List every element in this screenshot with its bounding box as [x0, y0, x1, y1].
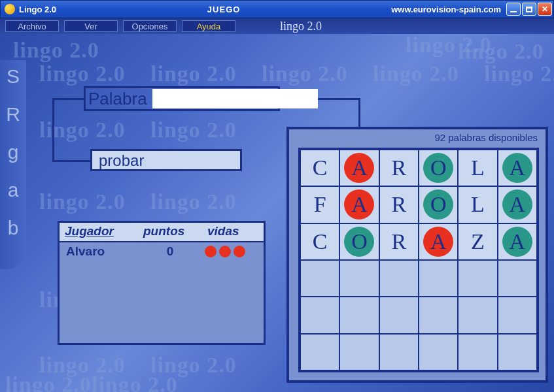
- watermark: lingo 2.0: [39, 353, 126, 378]
- grid-cell: [379, 260, 419, 297]
- maximize-button[interactable]: [522, 3, 536, 16]
- grid-cell: Z: [458, 223, 497, 260]
- grid-cell: [379, 297, 419, 333]
- menu-archivo[interactable]: Archivo: [5, 20, 59, 32]
- grid-cell: [458, 334, 497, 370]
- app-icon: [5, 4, 15, 14]
- header-points: puntos: [138, 223, 202, 241]
- side-letter: R: [6, 103, 20, 125]
- player-points: 0: [138, 244, 202, 259]
- watermark: lingo 2.0: [5, 372, 92, 392]
- frame-line: [358, 98, 360, 127]
- watermark: lingo 2.0: [458, 39, 544, 64]
- grid-letter: A: [510, 155, 526, 180]
- minimize-button[interactable]: [506, 3, 521, 16]
- grid-cell: [458, 260, 497, 297]
- side-letter: S: [7, 65, 20, 88]
- score-header: Jugador puntos vidas: [60, 223, 264, 242]
- title-center: JUEGO: [56, 5, 391, 14]
- menu-opciones[interactable]: Opciones: [123, 20, 177, 32]
- grid-cell: L: [458, 150, 497, 186]
- side-letter: b: [8, 217, 19, 239]
- grid-letter: Z: [471, 229, 485, 254]
- grid-letter: A: [351, 192, 368, 217]
- title-url: www.eurovision-spain.com: [391, 5, 501, 14]
- app-title: Lingo 2.0: [19, 5, 56, 14]
- watermark: lingo 2.0: [92, 372, 178, 392]
- score-panel: Jugador puntos vidas Alvaro0: [58, 221, 266, 345]
- grid-cell: A: [339, 150, 379, 186]
- grid-cell: R: [379, 186, 419, 223]
- grid-letter: L: [471, 155, 485, 180]
- grid-letter: O: [430, 155, 447, 180]
- grid-letter: R: [391, 229, 406, 254]
- grid-cell: [339, 260, 379, 297]
- frame-line: [52, 98, 84, 100]
- grid-cell: A: [498, 150, 537, 186]
- grid-letter: L: [471, 192, 485, 217]
- watermark: lingo 2.0: [13, 38, 99, 63]
- grid-letter: O: [430, 192, 447, 217]
- grid-cell: [498, 334, 537, 370]
- watermark: lingo 2.0: [406, 33, 492, 57]
- grid-cell: L: [458, 186, 497, 223]
- grid-cell: A: [498, 223, 537, 260]
- close-button[interactable]: ✕: [538, 3, 552, 16]
- grid-cell: O: [419, 150, 458, 186]
- player-name: Alvaro: [60, 244, 138, 259]
- grid-cell: C: [300, 150, 339, 186]
- grid-cell: A: [498, 186, 537, 223]
- grid-cell: A: [419, 223, 458, 260]
- grid-letter: C: [313, 155, 328, 180]
- watermark: lingo 2.0: [39, 61, 126, 86]
- score-row: Alvaro0: [60, 242, 264, 261]
- grid-cell: [419, 334, 458, 370]
- grid-cell: [419, 297, 458, 333]
- grid-letter: R: [391, 155, 406, 180]
- side-letter: g: [8, 141, 19, 163]
- header-player: Jugador: [60, 223, 138, 241]
- submit-button[interactable]: probar: [90, 149, 242, 171]
- grid-cell: [379, 334, 419, 370]
- grid-cell: [498, 297, 537, 333]
- watermark: lingo 2.0: [150, 189, 237, 214]
- grid-letter: R: [391, 192, 406, 217]
- grid-letter: A: [510, 229, 526, 254]
- grid-cell: R: [379, 150, 419, 186]
- watermark: lingo 2.0: [373, 61, 459, 86]
- grid-letter: F: [314, 192, 326, 217]
- grid-cell: R: [379, 223, 419, 260]
- grid-cell: F: [300, 186, 339, 223]
- grid-cell: [339, 334, 379, 370]
- grid-letter: C: [313, 229, 328, 254]
- grid-cell: [498, 260, 537, 297]
- watermark: lingo 2.0: [39, 189, 126, 214]
- grid-cell: C: [300, 223, 339, 260]
- word-input-group: Palabra: [84, 86, 280, 111]
- grid-letter: A: [430, 229, 447, 254]
- word-input[interactable]: [152, 89, 318, 108]
- grid-letter: O: [351, 229, 368, 254]
- menu-ver[interactable]: Ver: [64, 20, 118, 32]
- grid-cell: O: [419, 186, 458, 223]
- menubar: Archivo Ver Opciones Ayuda lingo 2.0: [0, 18, 554, 34]
- letter-grid: CAROLAFAROLACORAZA: [298, 148, 539, 372]
- frame-line: [52, 98, 54, 160]
- watermark: lingo 2.0: [262, 61, 348, 86]
- grid-letter: A: [510, 192, 526, 217]
- grid-cell: [419, 260, 458, 297]
- grid-panel: 92 palabras disponibles CAROLAFAROLACORA…: [286, 127, 548, 383]
- watermark: lingo 2.0: [150, 118, 237, 142]
- grid-cell: [300, 334, 339, 370]
- header-lives: vidas: [202, 223, 261, 241]
- watermark: lingo 2.0: [150, 353, 237, 378]
- life-dot-icon: [205, 246, 216, 257]
- grid-cell: [339, 297, 379, 333]
- grid-letter: A: [351, 155, 368, 180]
- menu-ayuda[interactable]: Ayuda: [182, 20, 235, 32]
- player-lives: [202, 246, 261, 257]
- life-dot-icon: [219, 246, 231, 257]
- life-dot-icon: [234, 246, 245, 257]
- available-words-label: 92 palabras disponibles: [289, 129, 545, 146]
- grid-cell: O: [339, 223, 379, 260]
